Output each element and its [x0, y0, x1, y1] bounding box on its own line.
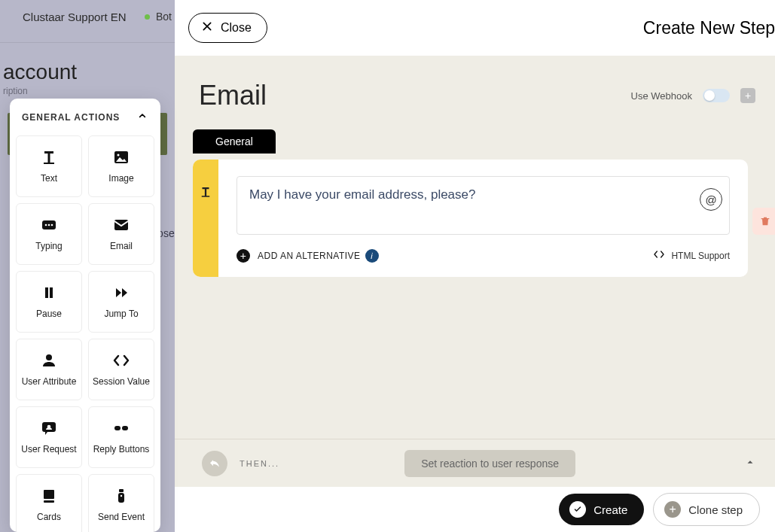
variable-insert-button[interactable]: @	[700, 188, 722, 211]
page-subheading: ription	[3, 86, 28, 96]
close-icon	[201, 20, 213, 35]
image-icon	[112, 148, 130, 166]
card-main: + ADD AN ALTERNATIVE i HTML Support	[218, 160, 748, 277]
svg-rect-20	[202, 196, 210, 197]
delete-card-button[interactable]	[752, 208, 775, 235]
svg-point-10	[46, 354, 52, 360]
create-button[interactable]: Create	[559, 494, 644, 525]
action-session-value[interactable]: Session Value	[88, 339, 154, 400]
cards-icon	[40, 487, 58, 505]
action-label: User Attribute	[19, 377, 80, 387]
actions-title: GENERAL ACTIONS	[22, 112, 120, 123]
close-button[interactable]: Close	[188, 13, 267, 43]
card-footer: + ADD AN ALTERNATIVE i HTML Support	[236, 248, 730, 263]
webhook-toggle[interactable]	[703, 89, 730, 102]
reply-icon	[202, 451, 227, 476]
action-pause[interactable]: Pause	[16, 271, 82, 333]
step-title: Email	[199, 80, 267, 111]
webhook-controls: Use Webhook +	[631, 88, 755, 103]
typing-icon	[40, 216, 58, 234]
bot-status-label: Bot	[156, 11, 172, 23]
collapse-caret-icon[interactable]	[745, 457, 755, 470]
svg-rect-8	[45, 287, 48, 298]
check-icon	[569, 501, 586, 518]
action-send-event[interactable]: Send Event	[88, 474, 154, 532]
plus-icon: +	[236, 249, 250, 263]
svg-rect-16	[44, 500, 54, 503]
clone-label: Clone step	[688, 503, 743, 516]
action-typing[interactable]: Typing	[16, 203, 82, 265]
svg-point-5	[48, 224, 50, 226]
message-card: + ADD AN ALTERNATIVE i HTML Support	[193, 160, 748, 277]
html-support-label: HTML Support	[671, 251, 730, 261]
action-text[interactable]: Text	[16, 135, 82, 197]
session-icon	[112, 351, 130, 369]
message-textarea[interactable]	[236, 176, 730, 235]
svg-point-6	[51, 224, 53, 226]
svg-point-19	[121, 495, 122, 497]
panel-body: Email Use Webhook + General	[175, 56, 775, 532]
message-card-wrap: + ADD AN ALTERNATIVE i HTML Support @	[175, 154, 775, 277]
action-image[interactable]: Image	[88, 135, 154, 197]
webhook-label: Use Webhook	[631, 90, 692, 102]
send-event-icon	[112, 487, 130, 505]
set-reaction-button[interactable]: Set reaction to user response	[404, 450, 575, 477]
add-alt-label: ADD AN ALTERNATIVE	[258, 251, 361, 261]
then-label: THEN...	[240, 459, 279, 468]
actions-grid: Text Image Typing Email Pause Jump To Us…	[10, 135, 160, 532]
action-jump-to[interactable]: Jump To	[88, 271, 154, 333]
action-user-request[interactable]: User Request	[16, 406, 82, 468]
action-label: Reply Buttons	[90, 445, 153, 454]
bot-status: Bot	[145, 11, 172, 23]
action-reply-buttons[interactable]: Reply Buttons	[88, 406, 154, 468]
panel-topbar: Close Create New Step	[175, 0, 775, 56]
action-label: Cards	[34, 512, 64, 522]
svg-rect-17	[119, 489, 124, 492]
reply-icon	[112, 419, 130, 437]
add-alternative-button[interactable]: + ADD AN ALTERNATIVE	[236, 249, 361, 263]
status-dot-icon	[145, 14, 150, 20]
svg-rect-18	[118, 493, 124, 503]
body-header: Email Use Webhook +	[175, 56, 775, 129]
action-label: Typing	[32, 242, 65, 251]
svg-point-2	[117, 154, 120, 157]
chevron-up-icon[interactable]	[136, 110, 148, 124]
add-webhook-button[interactable]: +	[740, 88, 755, 103]
action-user-attribute[interactable]: User Attribute	[16, 339, 82, 400]
text-icon	[199, 185, 212, 202]
svg-rect-0	[44, 163, 54, 164]
info-icon[interactable]: i	[365, 249, 379, 263]
action-label: Text	[38, 174, 60, 184]
panel-header-title: Create New Step	[643, 18, 775, 38]
actions-header[interactable]: GENERAL ACTIONS	[10, 99, 160, 135]
action-label: Email	[107, 242, 136, 251]
user-attr-icon	[40, 351, 58, 369]
page-heading: account	[3, 60, 77, 84]
svg-rect-13	[114, 426, 121, 430]
pause-icon	[40, 284, 58, 302]
action-label: Jump To	[101, 309, 141, 319]
svg-point-4	[45, 224, 47, 226]
action-label: Pause	[33, 309, 65, 319]
action-label: Session Value	[90, 377, 153, 387]
app-name: Clustaar Support EN	[23, 11, 127, 23]
jump-icon	[112, 284, 130, 302]
tab-general[interactable]: General	[193, 129, 276, 154]
create-step-panel: Close Create New Step Email Use Webhook …	[175, 0, 775, 532]
clone-step-button[interactable]: + Clone step	[653, 493, 760, 526]
action-label: User Request	[18, 445, 79, 454]
footer-actions: Create + Clone step	[175, 487, 775, 532]
svg-rect-9	[50, 287, 53, 298]
action-cards[interactable]: Cards	[16, 474, 82, 532]
action-label: Send Event	[95, 512, 148, 522]
email-icon	[112, 216, 130, 234]
close-label: Close	[221, 21, 252, 35]
user-req-icon	[40, 419, 58, 437]
html-support-button[interactable]: HTML Support	[653, 248, 730, 263]
action-email[interactable]: Email	[88, 203, 154, 265]
actions-panel: GENERAL ACTIONS Text Image Typing Email …	[10, 99, 160, 532]
card-type-stripe	[193, 160, 218, 277]
svg-rect-15	[44, 490, 54, 499]
tab-row: General	[175, 129, 775, 154]
plus-icon: +	[664, 501, 681, 518]
